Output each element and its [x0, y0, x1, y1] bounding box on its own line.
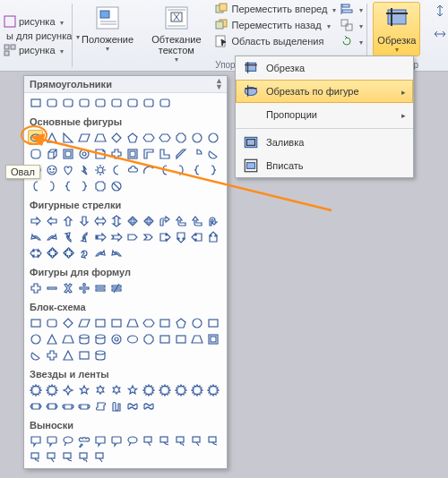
shape-burst[interactable] [44, 382, 59, 397]
shape-lbrkt[interactable] [157, 162, 172, 177]
menu-fit[interactable]: Вписать [236, 154, 413, 177]
shape-ribbon2[interactable] [76, 398, 91, 414]
shape-donut[interactable] [108, 331, 124, 346]
shape-trap[interactable] [189, 331, 204, 346]
shape-a4[interactable] [141, 213, 156, 228]
shape-para[interactable] [76, 130, 91, 145]
shape-rbrace[interactable] [205, 162, 220, 177]
shape-coCloud[interactable] [76, 433, 91, 448]
shape-burst[interactable] [173, 382, 188, 397]
shape-star4[interactable] [60, 382, 75, 397]
shape-chord[interactable] [28, 347, 43, 363]
shape-moon[interactable] [108, 162, 124, 177]
shape-hex[interactable] [157, 130, 172, 145]
shape-eqE[interactable] [92, 280, 108, 295]
shape-aCurveR[interactable] [44, 229, 59, 244]
shape-coLine3[interactable] [76, 449, 91, 465]
shape-lbrace[interactable] [60, 178, 75, 193]
shape-lshape[interactable] [157, 146, 172, 161]
menu-aspect-ratio[interactable]: Пропорции [236, 103, 413, 126]
shape-circ[interactable] [205, 130, 220, 145]
shape-pent[interactable] [173, 315, 188, 330]
shape-lbrace[interactable] [189, 162, 204, 177]
shape-rect[interactable] [173, 331, 188, 346]
shape-rrect[interactable] [157, 95, 172, 110]
shape-coLine[interactable] [189, 433, 204, 448]
shape-aLR[interactable] [92, 213, 108, 228]
shape-aCallLR[interactable] [28, 245, 43, 260]
dropdown-icon[interactable] [58, 45, 64, 55]
shape-no[interactable] [108, 178, 124, 193]
wrap-text-button[interactable]: Обтекание текстом ▾ [148, 2, 204, 65]
shape-aCallD[interactable] [173, 229, 188, 244]
shape-coRect[interactable] [28, 433, 43, 448]
shape-aL[interactable] [44, 213, 59, 228]
shape-wave[interactable] [125, 398, 140, 414]
shape-rect[interactable] [92, 315, 108, 330]
shape-aR[interactable] [28, 213, 43, 228]
menu-crop[interactable]: Обрезка [236, 56, 413, 80]
crop-button[interactable]: Обрезка ▾ [373, 2, 420, 56]
shape-rrect[interactable] [44, 95, 59, 110]
shape-rrect[interactable] [60, 95, 75, 110]
shape-aCurveL[interactable] [108, 245, 124, 260]
shape-circ[interactable] [28, 331, 43, 346]
shape-diam[interactable] [60, 315, 75, 330]
shape-scroll[interactable] [92, 398, 108, 414]
shape-coLine3[interactable] [28, 449, 43, 465]
shape-trap[interactable] [92, 130, 108, 145]
shape-lbrkt[interactable] [28, 178, 43, 193]
shape-eqD[interactable] [76, 280, 91, 295]
shape-scroll2[interactable] [108, 398, 124, 414]
shape-a4[interactable] [125, 213, 140, 228]
shape-aBentU[interactable] [189, 213, 204, 228]
shape-chord[interactable] [205, 146, 220, 161]
shape-coLine2[interactable] [60, 449, 75, 465]
shape-coRect[interactable] [92, 433, 108, 448]
bring-forward-button[interactable]: Переместить вперед [214, 2, 337, 16]
shape-aCallL[interactable] [189, 229, 204, 244]
shape-bev[interactable] [60, 146, 75, 161]
shape-trap[interactable] [60, 331, 75, 346]
shape-plus[interactable] [108, 146, 124, 161]
shape-oval[interactable] [125, 331, 140, 346]
shape-pie[interactable] [189, 146, 204, 161]
shape-tri[interactable] [44, 130, 59, 145]
shape-aCallR[interactable] [157, 229, 172, 244]
shape-burst[interactable] [28, 382, 43, 397]
shape-burst[interactable] [141, 382, 156, 397]
shape-aCurveL[interactable] [28, 229, 43, 244]
shape-aBentU[interactable] [173, 213, 188, 228]
shape-ribbon[interactable] [28, 398, 43, 414]
shape-oct[interactable] [141, 331, 156, 346]
shape-tri[interactable] [44, 331, 59, 346]
shape-aCurveD[interactable] [76, 229, 91, 244]
shape-smile[interactable] [44, 162, 59, 177]
shape-can[interactable] [28, 146, 43, 161]
shape-frame[interactable] [125, 146, 140, 161]
shape-plus[interactable] [44, 347, 59, 363]
dropdown-icon[interactable] [58, 16, 64, 27]
shape-halfframe[interactable] [141, 146, 156, 161]
shape-star6[interactable] [92, 382, 108, 397]
shape-aUturn[interactable] [205, 213, 220, 228]
shape-burst[interactable] [189, 382, 204, 397]
shape-rect[interactable] [28, 95, 43, 110]
send-backward-button[interactable]: Переместить назад [214, 18, 337, 32]
shape-coLine2[interactable] [157, 433, 172, 448]
shape-coRR[interactable] [44, 433, 59, 448]
shape-burst[interactable] [157, 382, 172, 397]
align-button[interactable] [340, 2, 363, 16]
shape-star5[interactable] [76, 382, 91, 397]
shape-eqM[interactable] [44, 280, 59, 295]
shape-rrect[interactable] [44, 315, 59, 330]
shape-coLine[interactable] [141, 433, 156, 448]
shape-coRR[interactable] [108, 433, 124, 448]
shape-star6[interactable] [108, 382, 124, 397]
shape-diag[interactable] [173, 146, 188, 161]
shape-eqX[interactable] [60, 280, 75, 295]
shape-eqP[interactable] [28, 280, 43, 295]
shape-diam[interactable] [108, 130, 124, 145]
shape-coOval[interactable] [60, 433, 75, 448]
shape-aCurveR[interactable] [92, 245, 108, 260]
